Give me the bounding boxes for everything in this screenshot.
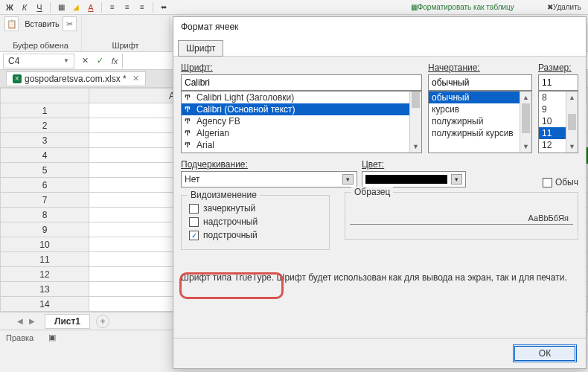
row-header[interactable]: 9 <box>1 222 89 237</box>
delete-button[interactable]: ✖ Удалить <box>543 1 585 13</box>
list-item[interactable]: ͲArial Black <box>182 151 421 153</box>
dialog-title: Формат ячеек <box>173 17 586 39</box>
cancel-edit-icon[interactable]: ✕ <box>78 54 92 68</box>
color-label: Цвет: <box>362 159 538 170</box>
style-listbox[interactable]: обычныйкурсивполужирныйполужирный курсив… <box>428 91 532 153</box>
excel-icon: X <box>13 74 22 83</box>
list-item[interactable]: ͲCalibri (Основной текст) <box>182 103 421 115</box>
font-size-input[interactable] <box>538 74 578 91</box>
font-label: Шрифт: <box>181 62 422 73</box>
strikethrough-checkbox[interactable]: зачеркнутый <box>189 202 322 215</box>
font-name-input[interactable] <box>181 74 422 91</box>
style-label: Начертание: <box>428 62 532 73</box>
font-group-label: Шрифт <box>86 41 164 50</box>
row-header[interactable]: 5 <box>1 163 89 178</box>
list-item[interactable]: ͲAlgerian <box>182 127 421 139</box>
bold-button[interactable]: Ж <box>3 1 16 13</box>
underline-combo[interactable]: Нет ▾ <box>181 171 357 187</box>
ribbon-formatting-row: Ж К Ч ▦ ◢ А ≡ ≡ ≡ ⬌ ▦ Форматировать как … <box>0 0 588 15</box>
workbook-tab[interactable]: X gospodaretsva.com.xlsx * ✕ <box>6 71 146 86</box>
add-sheet-icon[interactable]: + <box>96 315 109 328</box>
chevron-down-icon[interactable]: ▾ <box>342 174 354 185</box>
size-label: Размер: <box>538 62 578 73</box>
ok-button[interactable]: ОК <box>513 344 577 362</box>
close-workbook-icon[interactable]: ✕ <box>132 74 139 83</box>
normal-font-checkbox[interactable]: Обыч <box>543 177 578 187</box>
cut-icon[interactable]: ✂ <box>63 16 77 31</box>
tab-font[interactable]: Шрифт <box>178 40 223 57</box>
name-box[interactable]: C4▼ <box>3 54 74 68</box>
sheet-tab[interactable]: Лист1 <box>45 314 90 329</box>
dialog-tabs: Шрифт <box>173 39 586 57</box>
sample-group: Образец АаВbБбЯя <box>345 192 578 240</box>
font-listbox[interactable]: ͲCalibri Light (Заголовки)ͲCalibri (Осно… <box>181 91 422 153</box>
border-button[interactable]: ▦ <box>54 1 68 13</box>
effects-legend: Видоизменение <box>188 190 260 200</box>
row-header[interactable]: 8 <box>1 208 89 222</box>
underline-label: Подчеркивание: <box>181 159 357 170</box>
superscript-checkbox[interactable]: надстрочный <box>189 215 322 228</box>
row-header[interactable]: 11 <box>1 252 89 267</box>
list-item[interactable]: ͲCalibri Light (Заголовки) <box>182 92 421 103</box>
sample-legend: Образец <box>351 187 393 197</box>
sheet-nav-prev-icon[interactable]: ▶ <box>27 316 37 327</box>
underline-button[interactable]: Ч <box>33 1 46 13</box>
size-listbox[interactable]: 8910111214▲▼ <box>538 91 578 153</box>
align-right-button[interactable]: ≡ <box>135 1 149 13</box>
align-center-button[interactable]: ≡ <box>121 1 134 13</box>
sample-text: АаВbБбЯя <box>350 203 573 225</box>
row-header[interactable]: 10 <box>1 237 89 252</box>
list-item[interactable]: ͲArial <box>182 139 421 151</box>
row-header[interactable]: 7 <box>1 193 89 208</box>
row-header[interactable]: 14 <box>1 297 89 312</box>
list-item[interactable]: полужирный курсив <box>429 127 531 139</box>
fill-color-button[interactable]: ◢ <box>69 1 83 13</box>
font-color-button[interactable]: А <box>84 1 98 13</box>
paste-label: Вставить <box>25 16 60 31</box>
font-style-input[interactable] <box>428 74 532 91</box>
macro-record-icon[interactable]: ▣ <box>48 333 56 342</box>
truetype-info: Шрифт типа TrueType. Шрифт будет использ… <box>181 272 578 283</box>
italic-button[interactable]: К <box>18 1 31 13</box>
status-mode: Правка <box>6 333 33 342</box>
paste-icon[interactable]: 📋 <box>4 16 19 31</box>
color-combo[interactable]: ▾ <box>362 171 466 187</box>
row-header[interactable]: 4 <box>1 148 89 163</box>
row-header[interactable]: 13 <box>1 282 89 297</box>
format-cells-dialog: Формат ячеек Шрифт Шрифт: ͲCalibri Light… <box>173 16 587 369</box>
select-all-corner[interactable] <box>1 89 89 103</box>
row-header[interactable]: 2 <box>1 118 89 133</box>
format-table-icon[interactable]: ▦ Форматировать как таблицу <box>407 1 518 13</box>
row-header[interactable]: 12 <box>1 267 89 282</box>
list-item[interactable]: обычный <box>429 92 531 103</box>
row-header[interactable]: 1 <box>1 103 89 118</box>
chevron-down-icon[interactable]: ▼ <box>63 57 69 64</box>
align-left-button[interactable]: ≡ <box>106 1 119 13</box>
clipboard-group-label: Буфер обмена <box>4 41 77 50</box>
fx-icon[interactable]: fx <box>108 54 121 68</box>
list-item[interactable]: курсив <box>429 103 531 115</box>
list-item[interactable]: полужирный <box>429 115 531 127</box>
subscript-checkbox[interactable]: ✓подстрочный <box>189 228 322 242</box>
sheet-nav-first-icon[interactable]: ◀ <box>15 316 25 327</box>
row-header[interactable]: 3 <box>1 133 89 148</box>
confirm-edit-icon[interactable]: ✓ <box>93 54 106 68</box>
effects-group: Видоизменение зачеркнутый надстрочный ✓п… <box>181 195 330 250</box>
chevron-down-icon[interactable]: ▾ <box>451 174 462 185</box>
list-item[interactable]: ͲAgency FB <box>182 115 421 127</box>
merge-button[interactable]: ⬌ <box>157 1 170 13</box>
row-header[interactable]: 6 <box>1 178 89 193</box>
